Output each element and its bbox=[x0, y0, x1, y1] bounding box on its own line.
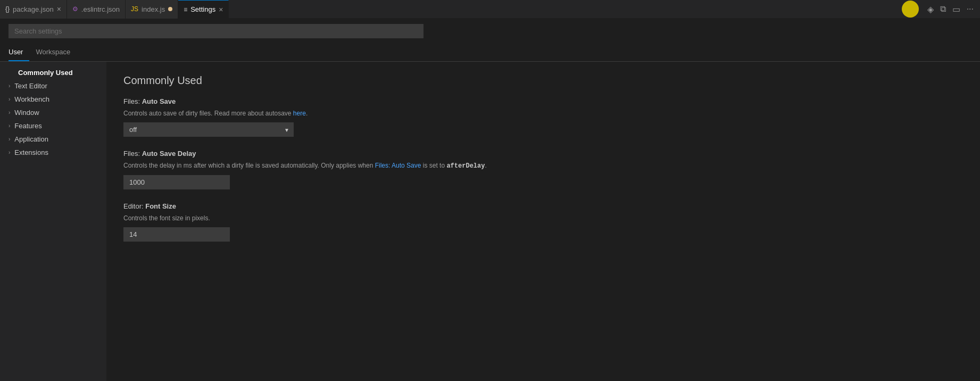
sidebar-item-label-extensions: Extensions bbox=[14, 148, 48, 156]
auto-save-link[interactable]: Files: Auto Save bbox=[375, 162, 421, 169]
avatar bbox=[902, 1, 919, 18]
setting-label-files-auto-save-delay: Files: Auto Save Delay bbox=[123, 150, 963, 158]
setting-select-wrapper-files-auto-save: offafterDelayonFocusChangeonWindowChange… bbox=[123, 122, 294, 137]
sidebar-item-application[interactable]: ›Application bbox=[0, 132, 106, 146]
tab-bar: {}package.json×⚙.eslintrc.jsonJSindex.js… bbox=[0, 0, 980, 19]
sidebar-item-workbench[interactable]: ›Workbench bbox=[0, 93, 106, 106]
sidebar-item-text-editor[interactable]: ›Text Editor bbox=[0, 79, 106, 93]
sidebar-item-label-commonly-used: Commonly Used bbox=[18, 69, 73, 77]
chevron-icon-window: › bbox=[9, 110, 10, 115]
sidebar-item-extensions[interactable]: ›Extensions bbox=[0, 146, 106, 159]
search-bar bbox=[0, 19, 980, 44]
tab-close-settings[interactable]: × bbox=[219, 6, 223, 13]
tab-eslintrc-json[interactable]: ⚙.eslintrc.json bbox=[67, 0, 126, 19]
main-content: UserWorkspace Commonly Used›Text Editor›… bbox=[0, 19, 980, 381]
settings-panel: Commonly Used Files: Auto SaveControls a… bbox=[106, 62, 980, 381]
setting-item-editor-font-size: Editor: Font SizeControls the font size … bbox=[123, 202, 963, 242]
tab-icon-index-js: JS bbox=[131, 5, 138, 13]
setting-description-files-auto-save: Controls auto save of dirty files. Read … bbox=[123, 109, 963, 118]
sidebar-item-label-workbench: Workbench bbox=[14, 95, 49, 103]
tab-icon-settings: ≡ bbox=[184, 6, 187, 13]
setting-item-files-auto-save: Files: Auto SaveControls auto save of di… bbox=[123, 97, 963, 137]
sidebar-item-label-features: Features bbox=[14, 122, 41, 130]
tab-label-index-js: index.js bbox=[142, 5, 165, 13]
tab-icon-package-json: {} bbox=[5, 5, 10, 13]
tab-icon-eslintrc-json: ⚙ bbox=[72, 5, 78, 13]
chevron-icon-extensions: › bbox=[9, 150, 10, 155]
sidebar-item-window[interactable]: ›Window bbox=[0, 106, 106, 119]
tab-close-package-json[interactable]: × bbox=[57, 5, 61, 13]
setting-input-files-auto-save-delay[interactable] bbox=[123, 175, 230, 189]
settings-body: Commonly Used›Text Editor›Workbench›Wind… bbox=[0, 62, 980, 381]
search-input[interactable] bbox=[9, 24, 423, 38]
setting-item-files-auto-save-delay: Files: Auto Save DelayControls the delay… bbox=[123, 150, 963, 189]
autosave-link[interactable]: here bbox=[293, 110, 306, 117]
sidebar-item-label-window: Window bbox=[14, 109, 39, 117]
tab-actions: ◈ ⧉ ▭ ··· bbox=[902, 1, 980, 18]
settings-tabs: UserWorkspace bbox=[0, 44, 980, 62]
setting-select-files-auto-save[interactable]: offafterDelayonFocusChangeonWindowChange bbox=[123, 122, 294, 137]
sidebar: Commonly Used›Text Editor›Workbench›Wind… bbox=[0, 62, 106, 381]
tab-package-json[interactable]: {}package.json× bbox=[0, 0, 67, 19]
sidebar-item-label-text-editor: Text Editor bbox=[14, 82, 47, 90]
chevron-icon-workbench: › bbox=[9, 96, 10, 102]
setting-description-editor-font-size: Controls the font size in pixels. bbox=[123, 213, 963, 223]
chevron-icon-features: › bbox=[9, 123, 10, 129]
setting-description-files-auto-save-delay: Controls the delay in ms after which a d… bbox=[123, 161, 963, 171]
more-actions-icon[interactable]: ··· bbox=[965, 3, 976, 15]
tab-label-eslintrc-json: .eslintrc.json bbox=[81, 5, 120, 13]
settings-tab-user[interactable]: User bbox=[9, 44, 29, 61]
tab-settings[interactable]: ≡Settings× bbox=[178, 0, 229, 19]
setting-label-files-auto-save: Files: Auto Save bbox=[123, 97, 963, 105]
settings-tab-workspace[interactable]: Workspace bbox=[36, 44, 77, 61]
sidebar-item-label-application: Application bbox=[14, 135, 48, 143]
setting-label-editor-font-size: Editor: Font Size bbox=[123, 202, 963, 210]
settings-section-title: Commonly Used bbox=[123, 74, 963, 87]
toggle-panel-icon[interactable]: ▭ bbox=[950, 3, 962, 15]
setting-input-editor-font-size[interactable] bbox=[123, 227, 230, 242]
tab-label-settings: Settings bbox=[190, 5, 215, 13]
tab-index-js[interactable]: JSindex.js bbox=[126, 0, 178, 19]
sidebar-item-features[interactable]: ›Features bbox=[0, 119, 106, 132]
chevron-icon-application: › bbox=[9, 136, 10, 142]
tab-label-package-json: package.json bbox=[13, 5, 54, 13]
chevron-icon-text-editor: › bbox=[9, 83, 10, 89]
extensions-icon[interactable]: ◈ bbox=[925, 3, 936, 15]
sidebar-item-commonly-used[interactable]: Commonly Used bbox=[0, 66, 106, 79]
split-editor-icon[interactable]: ⧉ bbox=[938, 3, 948, 15]
tab-modified-dot-index-js bbox=[168, 7, 172, 11]
